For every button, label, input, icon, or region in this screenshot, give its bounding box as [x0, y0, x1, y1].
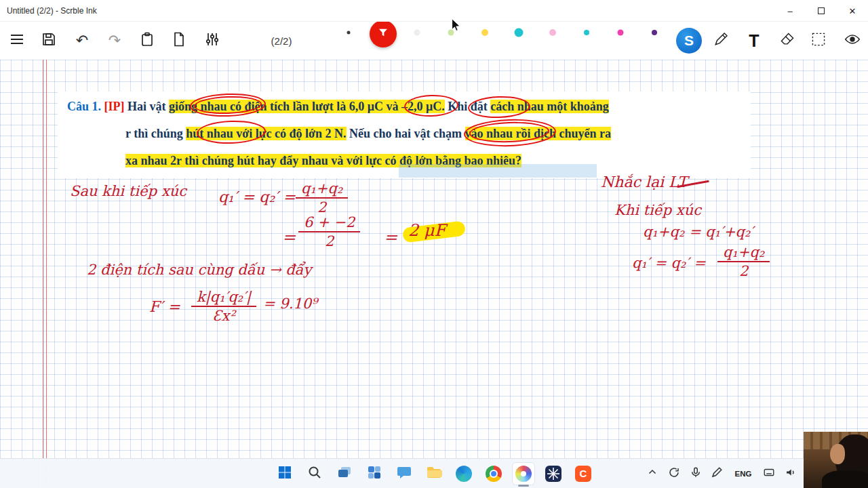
redo-button[interactable]: ↷: [103, 29, 126, 52]
fraction-denominator: Ɛx²: [212, 307, 235, 324]
active-app-button[interactable]: [512, 462, 535, 485]
tray-sync-button[interactable]: [665, 464, 684, 483]
eraser-icon: [779, 31, 795, 50]
sliders-icon: [204, 31, 220, 50]
fraction-numerator: q₁+q₂: [296, 180, 348, 199]
menu-button[interactable]: [5, 29, 28, 52]
fraction-denominator: 2: [325, 232, 334, 249]
note-equals: =: [384, 228, 397, 247]
file-explorer-button[interactable]: [422, 462, 446, 485]
drawing-canvas[interactable]: Câu 1. [IP] Hai vật giống nhau có điện t…: [0, 60, 868, 488]
tray-pen-button[interactable]: [707, 464, 726, 483]
touch-keyboard-button[interactable]: [760, 464, 778, 483]
folder-icon: [426, 464, 442, 483]
toolbar: ↶ ↷ (2/2): [0, 22, 868, 60]
c-app-icon: C: [575, 466, 591, 482]
person-face: [830, 444, 845, 464]
windows-logo-icon: [277, 464, 293, 483]
problem-line-3: xa nhau 2r thì chúng hút hay đẩy nhau và…: [125, 147, 751, 174]
tray-overflow-button[interactable]: [643, 464, 662, 483]
microphone-icon: [690, 466, 702, 481]
widgets-button[interactable]: [363, 462, 386, 485]
person-body: [822, 470, 868, 488]
note-fraction-coulomb: k|q₁′q₂′| Ɛx²: [191, 289, 256, 324]
text-tool-icon: T: [749, 31, 759, 51]
close-icon: ✕: [849, 6, 856, 16]
close-button[interactable]: ✕: [837, 0, 868, 22]
volume-button[interactable]: [781, 464, 800, 483]
chrome-icon: [486, 466, 502, 482]
pen-color-dot-magenta[interactable]: [618, 30, 624, 36]
taskbar-search-button[interactable]: [303, 462, 326, 485]
active-pen-red[interactable]: [370, 20, 397, 47]
chat-button[interactable]: [393, 462, 416, 485]
logo-letter: S: [684, 33, 694, 49]
minimize-button[interactable]: –: [774, 0, 806, 22]
text-segment: r thì chúng: [125, 127, 183, 140]
selection-tool-button[interactable]: [807, 29, 830, 52]
settings-sliders-button[interactable]: [201, 29, 224, 52]
note-equal-charges: q₁′ = q₂′ =: [632, 255, 705, 271]
tray-mic-button[interactable]: [686, 464, 705, 483]
clipboard-icon: [139, 31, 155, 50]
note-fraction-numbers: 6 + −2 2: [298, 214, 360, 249]
language-label: ENG: [735, 470, 752, 478]
widgets-icon: [366, 464, 382, 483]
sync-icon: [668, 466, 680, 481]
view-tool-button[interactable]: [841, 29, 864, 52]
pen-color-dot-yellow[interactable]: [481, 29, 488, 36]
pen-color-dot-pink[interactable]: [549, 29, 556, 36]
maximize-button[interactable]: [806, 0, 837, 22]
pen-color-dot-teal[interactable]: [515, 28, 524, 37]
question-tag: [IP]: [104, 100, 125, 113]
app-logo-button[interactable]: S: [676, 28, 702, 54]
snowflake-app-button[interactable]: [542, 462, 565, 485]
note-after-contact: Sau khi tiếp xúc: [70, 183, 186, 199]
save-icon: [41, 31, 57, 50]
fraction-denominator: 2: [739, 262, 748, 279]
pen-color-dot-black[interactable]: [347, 31, 351, 35]
save-button[interactable]: [37, 29, 60, 52]
titlebar: Untitled (2/2) - Scrble Ink – ✕: [0, 0, 868, 22]
note-force-eq: F′ =: [149, 298, 180, 315]
webcam-overlay[interactable]: [804, 432, 868, 488]
c-app-button[interactable]: C: [572, 462, 595, 485]
undo-icon: ↶: [76, 33, 88, 48]
undo-button[interactable]: ↶: [71, 29, 94, 52]
new-page-button[interactable]: [167, 29, 191, 52]
pen-color-dot-purple[interactable]: [652, 30, 657, 35]
note-fraction-right: q₁+q₂ 2: [717, 244, 770, 279]
start-button[interactable]: [273, 462, 296, 485]
eraser-tool-button[interactable]: [776, 29, 799, 52]
stylus-tool-button[interactable]: [709, 29, 732, 52]
result-value: 2 μF: [408, 221, 446, 240]
language-indicator[interactable]: ENG: [734, 464, 753, 483]
note-same-sign-repel: 2 điện tích sau cùng dấu → đẩy: [87, 262, 311, 278]
edge-browser-button[interactable]: [452, 462, 475, 485]
notebook-margin-line: [43, 60, 47, 488]
mouse-cursor: [449, 18, 464, 33]
edge-icon: [456, 466, 472, 482]
note-charge-conservation: q₁+q₂ = q₁′+q₂′: [643, 224, 753, 240]
note-result: 2 μF: [408, 221, 446, 240]
keyboard-icon: [763, 466, 775, 481]
hamburger-icon: [9, 31, 25, 50]
note-equals: =: [282, 228, 296, 247]
note-k-value: = 9.10⁹: [263, 296, 317, 312]
task-view-button[interactable]: [333, 462, 356, 485]
fraction-denominator: 2: [317, 199, 326, 216]
search-icon: [307, 464, 323, 483]
maximize-icon: [818, 7, 825, 14]
note-fraction-q-sum: q₁+q₂ 2: [296, 180, 348, 216]
pen-color-dot-white[interactable]: [414, 30, 420, 36]
chrome-browser-button[interactable]: [482, 462, 505, 485]
paste-button[interactable]: [136, 29, 159, 52]
text-tool-button[interactable]: T: [743, 29, 766, 52]
text-segment: Nếu cho hai vật chạm: [349, 127, 462, 140]
page-icon: [171, 31, 187, 50]
active-app-indicator: [518, 485, 529, 487]
pen-color-dot-teal-small[interactable]: [584, 30, 589, 35]
pinwheel-app-icon: [515, 466, 532, 482]
page-indicator: (2/2): [271, 35, 292, 47]
funnel-icon: [377, 26, 389, 41]
